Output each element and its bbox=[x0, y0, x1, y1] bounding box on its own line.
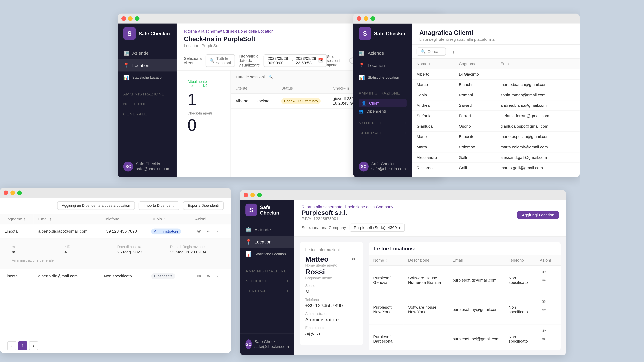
sort-icon[interactable]: ↕ bbox=[428, 61, 430, 66]
sidebar-item-aziende[interactable]: 🏢 Aziende bbox=[240, 224, 294, 236]
maximize-dot[interactable] bbox=[135, 16, 140, 21]
sort-icon[interactable]: ↕ bbox=[50, 217, 52, 221]
anagrafica-nav: 🏢 Aziende 📍 Location 📊 Statistiche Locat… bbox=[353, 47, 412, 84]
loc-descrizione: Software house New York bbox=[404, 295, 448, 324]
sidebar-item-location[interactable]: 📍 Location bbox=[353, 59, 412, 71]
item-label: Aziende bbox=[254, 227, 271, 232]
clienti-icon: 👤 bbox=[361, 101, 366, 105]
next-page-btn[interactable]: › bbox=[29, 341, 38, 350]
cell-nome: Alberto bbox=[412, 69, 454, 79]
generale-section: Generale+ bbox=[353, 127, 412, 137]
more-loc-btn[interactable]: ⋮ bbox=[540, 284, 548, 292]
sidebar-item-aziende[interactable]: 🏢 Aziende bbox=[118, 47, 177, 59]
table-row: Guido Giacomoni guido.giacom@gmail.com bbox=[412, 173, 580, 177]
edit-loc-btn[interactable]: ✏ bbox=[540, 335, 548, 343]
notifiche-add-icon[interactable]: + bbox=[404, 121, 406, 125]
personal-phone-field: Telefono +39 1234567890 bbox=[305, 298, 358, 308]
sort-asc-btn[interactable]: ↑ bbox=[450, 47, 458, 56]
footer-email: safe@checkin.com bbox=[136, 167, 170, 172]
anagrafica-sidebar: S Safe Checkin 🏢 Aziende 📍 Location 📊 St… bbox=[353, 23, 412, 178]
item-label: Aziende bbox=[368, 51, 384, 56]
notifiche-section-header: Notifiche+ bbox=[118, 98, 177, 108]
edit-btn[interactable]: ✏ bbox=[204, 272, 212, 280]
edit-personal-btn[interactable]: ✏ bbox=[350, 255, 358, 263]
view-loc-btn[interactable]: 👁 bbox=[540, 297, 548, 306]
loc-col-descrizione: Descrizione bbox=[404, 255, 448, 266]
close-dot[interactable] bbox=[244, 193, 248, 197]
prev-page-btn[interactable]: ‹ bbox=[7, 341, 16, 350]
chevron-down-icon: ▾ bbox=[398, 225, 401, 230]
field-data-nascita: Data di nascita 25 Mag. 2023 bbox=[117, 245, 166, 254]
add-location-btn[interactable]: Aggiungi Location bbox=[517, 211, 559, 219]
locations-section-header: Le tue Locations: bbox=[368, 242, 560, 255]
anagrafica-search[interactable]: 🔍 Cerca... bbox=[416, 47, 446, 56]
maximize-dot[interactable] bbox=[17, 191, 22, 195]
cell-nome: Alessandro bbox=[412, 152, 454, 163]
close-dot[interactable] bbox=[4, 191, 8, 195]
admin-add-icon[interactable]: + bbox=[287, 269, 290, 274]
search-icon-small: 🔍 bbox=[268, 75, 273, 79]
generale-add-icon[interactable]: + bbox=[286, 289, 289, 293]
admin-item-dipendenti[interactable]: 👥 Dipendenti bbox=[359, 107, 407, 115]
admin-item-clienti[interactable]: 👤 Clienti bbox=[359, 99, 407, 107]
sort-icon[interactable]: ↕ bbox=[23, 217, 25, 221]
edit-loc-btn[interactable]: ✏ bbox=[540, 276, 548, 284]
cell-nome: Sonia bbox=[412, 90, 454, 100]
stat-present-value: 1 bbox=[188, 91, 220, 108]
loc-descrizione: Software House Numero a Branzia bbox=[404, 265, 448, 295]
search-icon: 🔍 bbox=[210, 58, 214, 63]
field-id: • ID 41 bbox=[64, 245, 114, 254]
date-range-picker[interactable]: 2023/08/28 00:00:00 → 2023/08/28 23:59:5… bbox=[264, 54, 327, 67]
sidebar-item-stats[interactable]: 📊 Statistiche Location bbox=[240, 248, 294, 260]
minimize-dot[interactable] bbox=[364, 16, 368, 21]
edit-btn[interactable]: ✏ bbox=[204, 227, 212, 235]
cell-email: alessand.gall@gmail.com bbox=[496, 152, 580, 163]
view-loc-btn[interactable]: 👁 bbox=[540, 268, 548, 276]
maximize-dot[interactable] bbox=[370, 16, 375, 21]
anagrafica-page-header: Anagrafica Clienti Lista degli utenti re… bbox=[412, 23, 580, 45]
company-vat: P.IVA: 12345678901 bbox=[302, 216, 347, 221]
more-btn[interactable]: ⋮ bbox=[214, 227, 222, 235]
your-info-label: Le tue informazioni: bbox=[305, 248, 358, 252]
view-btn[interactable]: 👁 bbox=[195, 227, 203, 235]
page-1-btn[interactable]: 1 bbox=[18, 341, 27, 350]
admin-add-icon[interactable]: + bbox=[168, 92, 171, 96]
sidebar-item-stats[interactable]: 📊 Statistiche Location bbox=[353, 71, 412, 84]
generale-add-icon[interactable]: + bbox=[168, 112, 171, 116]
notifiche-add-icon[interactable]: + bbox=[168, 102, 171, 106]
minimize-dot[interactable] bbox=[250, 193, 255, 197]
notifiche-add-icon[interactable]: + bbox=[286, 279, 289, 284]
sort-desc-btn[interactable]: ↓ bbox=[461, 47, 469, 56]
sort-icon[interactable]: ↕ bbox=[385, 258, 387, 263]
more-loc-btn[interactable]: ⋮ bbox=[540, 343, 548, 350]
maximize-dot[interactable] bbox=[257, 193, 262, 197]
view-loc-btn[interactable]: 👁 bbox=[540, 327, 548, 335]
company-select[interactable]: Purplesoft (Sede): 4360 ▾ bbox=[350, 224, 405, 232]
import-dipendenti-btn[interactable]: Importa Dipendenti bbox=[139, 201, 179, 210]
stats-icon: 📊 bbox=[123, 75, 130, 81]
view-btn[interactable]: 👁 bbox=[195, 272, 203, 280]
company-content: Le tue informazioni: Matteo Nome utente … bbox=[294, 237, 566, 355]
client-search[interactable]: 🔍 Tutti le sessioni bbox=[206, 54, 235, 67]
sort-icon[interactable]: ↕ bbox=[163, 217, 165, 221]
more-btn[interactable]: ⋮ bbox=[214, 272, 222, 280]
footer-name: Safe Checkin bbox=[136, 161, 170, 167]
loc-nome: Purplesoft Barcellona bbox=[368, 324, 404, 350]
add-dipendente-btn[interactable]: Aggiungi un Dipendente a questa Location bbox=[57, 201, 135, 210]
minimize-dot[interactable] bbox=[128, 16, 133, 21]
more-loc-btn[interactable]: ⋮ bbox=[540, 314, 548, 322]
company-back-link[interactable]: Ritorna alla schermata di selezione dell… bbox=[302, 205, 559, 209]
minimize-dot[interactable] bbox=[10, 191, 15, 195]
close-dot[interactable] bbox=[357, 16, 362, 21]
sidebar-item-stats[interactable]: 📊 Statistiche Location bbox=[118, 71, 177, 84]
generale-add-icon[interactable]: + bbox=[404, 131, 406, 135]
company-layout: S Safe Checkin 🏢 Aziende 📍 Location 📊 St… bbox=[240, 200, 566, 355]
sidebar-item-aziende[interactable]: 🏢 Aziende bbox=[353, 47, 412, 59]
personal-first-name-label: Nome utente aperto bbox=[305, 264, 337, 268]
sidebar-item-location[interactable]: 📍 Location bbox=[240, 236, 294, 248]
edit-loc-btn[interactable]: ✏ bbox=[540, 306, 548, 314]
location-icon: 📍 bbox=[359, 62, 365, 68]
sidebar-item-location[interactable]: 📍 Location bbox=[118, 59, 177, 71]
export-dipendenti-btn[interactable]: Esporta Dipendenti bbox=[183, 201, 224, 210]
close-dot[interactable] bbox=[122, 16, 126, 21]
